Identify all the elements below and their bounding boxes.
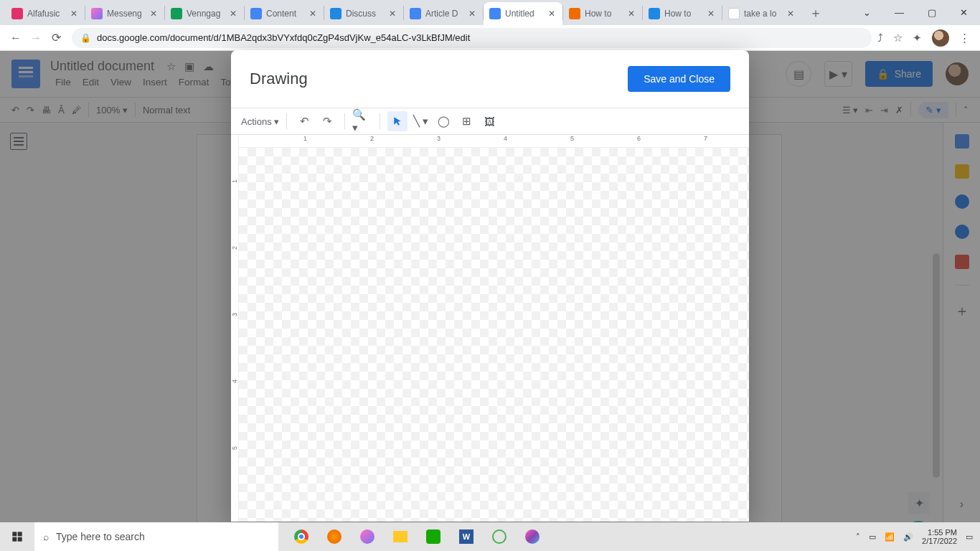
- tab-title: How to: [664, 9, 706, 19]
- browser-tab[interactable]: Messeng✕: [85, 2, 164, 25]
- chrome-menu-icon[interactable]: ⋮: [959, 32, 970, 44]
- drawing-toolbar: Actions ▾ ↶ ↷ 🔍 ▾ ╲ ▾ ◯ ⊞ 🖼: [231, 108, 749, 135]
- wifi-icon[interactable]: 📶: [885, 532, 895, 542]
- close-icon[interactable]: ✕: [69, 9, 79, 19]
- url-input[interactable]: 🔒 docs.google.com/document/d/1MBA2qdx3bV…: [72, 28, 872, 48]
- tab-title: Venngag: [187, 9, 228, 19]
- actions-menu[interactable]: Actions ▾: [241, 116, 279, 127]
- select-tool-icon[interactable]: [387, 111, 407, 131]
- maximize-button[interactable]: ▢: [915, 0, 948, 25]
- line-tool-icon[interactable]: ╲ ▾: [410, 111, 430, 131]
- close-icon[interactable]: ✕: [547, 9, 557, 19]
- drawing-dialog: Drawing Save and Close Actions ▾ ↶ ↷ 🔍 ▾…: [231, 50, 749, 522]
- tab-title: Messeng: [107, 9, 149, 19]
- tab-favicon: [410, 8, 421, 19]
- window-controls: ⌄ ― ▢ ✕: [851, 0, 980, 25]
- bookmark-icon[interactable]: ☆: [893, 32, 903, 44]
- forward-button[interactable]: →: [26, 28, 46, 48]
- reload-button[interactable]: ⟳: [46, 28, 66, 48]
- taskbar-explorer-icon[interactable]: [386, 522, 415, 551]
- tab-favicon: [91, 8, 103, 19]
- new-tab-button[interactable]: ＋: [806, 3, 826, 23]
- close-icon[interactable]: ✕: [467, 9, 477, 19]
- browser-tab[interactable]: How to✕: [563, 2, 642, 25]
- tab-favicon: [569, 8, 580, 19]
- taskbar-app-icon[interactable]: [485, 522, 514, 551]
- browser-tab-strip: Alfafusic✕ Messeng✕ Venngag✕ Content✕ Di…: [0, 0, 980, 25]
- tab-favicon: [171, 8, 182, 19]
- vertical-ruler: 1 2 3 4 5: [231, 135, 239, 522]
- tab-title: Content: [266, 9, 308, 19]
- tab-favicon: [250, 8, 262, 19]
- browser-tab[interactable]: take a lo✕: [722, 2, 801, 25]
- address-bar: ← → ⟳ 🔒 docs.google.com/document/d/1MBA2…: [0, 25, 980, 51]
- browser-tab[interactable]: How to✕: [643, 2, 722, 25]
- url-text: docs.google.com/document/d/1MBA2qdx3bVYx…: [97, 32, 470, 43]
- close-icon[interactable]: ✕: [387, 9, 397, 19]
- system-tray: ˄ ▭ 📶 🔊 1:55 PM 2/17/2022 ▭: [856, 528, 980, 545]
- browser-tab[interactable]: Alfafusic✕: [6, 2, 85, 25]
- textbox-tool-icon[interactable]: ⊞: [456, 111, 476, 131]
- share-page-icon[interactable]: ⤴: [877, 32, 883, 44]
- search-icon: ⌕: [43, 531, 49, 542]
- browser-tab[interactable]: Venngag✕: [165, 2, 244, 25]
- shape-tool-icon[interactable]: ◯: [433, 111, 453, 131]
- profile-avatar[interactable]: [932, 29, 949, 47]
- taskbar-messenger-icon[interactable]: [353, 522, 382, 551]
- browser-tab[interactable]: Discuss✕: [324, 2, 403, 25]
- date-text: 2/17/2022: [922, 537, 957, 545]
- close-icon[interactable]: ✕: [626, 9, 636, 19]
- tab-favicon: [489, 8, 501, 19]
- taskbar-itunes-icon[interactable]: [518, 522, 547, 551]
- close-icon[interactable]: ✕: [149, 9, 159, 19]
- back-button[interactable]: ←: [6, 28, 26, 48]
- close-icon[interactable]: ✕: [228, 9, 238, 19]
- close-icon[interactable]: ✕: [308, 9, 318, 19]
- lock-icon: 🔒: [80, 33, 91, 43]
- close-icon[interactable]: ✕: [786, 9, 796, 19]
- tab-title: How to: [585, 9, 626, 19]
- tab-title: Discuss: [346, 9, 387, 19]
- taskbar-search[interactable]: ⌕ Type here to search: [34, 522, 278, 551]
- browser-tab[interactable]: Content✕: [245, 2, 324, 25]
- svg-rect-0: [12, 532, 17, 536]
- tray-chevron-icon[interactable]: ˄: [856, 532, 860, 542]
- taskbar-chrome-icon[interactable]: [287, 522, 316, 551]
- taskbar-upwork-icon[interactable]: [419, 522, 448, 551]
- dialog-title: Drawing: [250, 70, 308, 88]
- tabs-dropdown-icon[interactable]: ⌄: [851, 0, 883, 25]
- close-window-button[interactable]: ✕: [948, 0, 980, 25]
- taskbar-word-icon[interactable]: W: [452, 522, 481, 551]
- tab-favicon: [330, 8, 341, 19]
- browser-tab-active[interactable]: Untitled✕: [484, 2, 562, 25]
- redo-icon[interactable]: ↷: [317, 111, 337, 131]
- minimize-button[interactable]: ―: [883, 0, 915, 25]
- time-text: 1:55 PM: [922, 528, 957, 537]
- save-and-close-button[interactable]: Save and Close: [628, 66, 730, 92]
- undo-icon[interactable]: ↶: [294, 111, 314, 131]
- close-icon[interactable]: ✕: [706, 9, 716, 19]
- clock[interactable]: 1:55 PM 2/17/2022: [922, 528, 957, 545]
- battery-icon[interactable]: ▭: [869, 532, 876, 542]
- notifications-icon[interactable]: ▭: [966, 532, 973, 542]
- tab-title: Untitled: [505, 9, 547, 19]
- volume-icon[interactable]: 🔊: [903, 532, 913, 542]
- tab-favicon: [649, 8, 660, 19]
- tab-title: Alfafusic: [27, 9, 69, 19]
- windows-taskbar: ⌕ Type here to search W ˄ ▭ 📶 🔊 1:55 PM …: [0, 522, 980, 551]
- tab-favicon: [728, 8, 740, 19]
- drawing-canvas[interactable]: [239, 148, 749, 522]
- tab-favicon: [11, 8, 23, 19]
- browser-tab[interactable]: Article D✕: [404, 2, 483, 25]
- dialog-header: Drawing Save and Close: [231, 50, 749, 108]
- image-tool-icon[interactable]: 🖼: [479, 111, 499, 131]
- extensions-icon[interactable]: ✦: [913, 32, 922, 44]
- start-button[interactable]: [0, 522, 34, 551]
- search-placeholder: Type here to search: [56, 531, 145, 542]
- svg-rect-2: [12, 537, 17, 542]
- tab-title: Article D: [425, 9, 467, 19]
- drawing-canvas-area: 1 2 3 4 5 1 2 3 4 5 6 7: [231, 135, 749, 522]
- zoom-icon[interactable]: 🔍 ▾: [352, 111, 372, 131]
- tab-title: take a lo: [744, 9, 786, 19]
- taskbar-firefox-icon[interactable]: [320, 522, 349, 551]
